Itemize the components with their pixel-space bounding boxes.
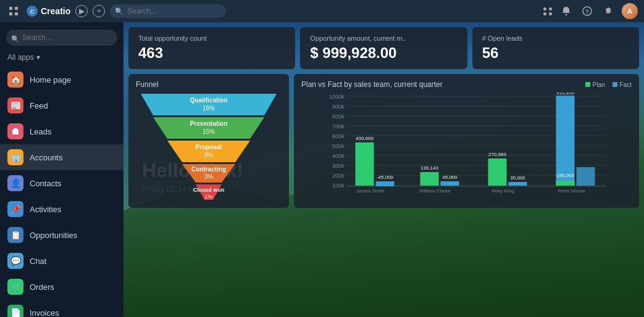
sidebar-item-orders[interactable]: 🛒 Orders: [0, 274, 123, 300]
kpi-value-2: 56: [482, 44, 629, 62]
svg-text:Mary King: Mary King: [491, 188, 514, 194]
sidebar-item-leads[interactable]: Leads: [0, 118, 123, 144]
kpi-label-2: # Open leads: [482, 35, 629, 42]
sidebar-label-leads: Leads: [30, 127, 51, 136]
topbar-logo: C Creatio: [26, 5, 70, 17]
kpi-card-0: Total opportunity count 463: [128, 27, 295, 69]
bar-chart-legend: Plan Fact: [585, 81, 632, 88]
sidebar-item-feed[interactable]: 📰 Feed: [0, 93, 123, 118]
contacts-icon: 👤: [7, 175, 23, 191]
funnel-chart: Qualification 16% Presentation 15% Propo…: [136, 94, 282, 202]
svg-text:35,000: 35,000: [510, 175, 525, 181]
sidebar-item-activities[interactable]: 📌 Activities: [0, 196, 123, 222]
svg-text:100k: 100k: [332, 183, 345, 189]
bar-chart-card: Plan vs Fact by sales team, current quar…: [294, 74, 639, 208]
topbar-search-wrap: 🔍: [110, 4, 226, 18]
play-button[interactable]: ▶: [75, 5, 88, 17]
topbar-search-icon: 🔍: [115, 7, 123, 15]
svg-text:139,143: 139,143: [420, 165, 438, 171]
svg-text:300k: 300k: [332, 163, 345, 169]
legend-fact: Fact: [613, 81, 632, 88]
svg-text:Contracting: Contracting: [191, 166, 226, 173]
topbar-right: ? A: [543, 3, 638, 19]
svg-rect-63: [577, 167, 595, 186]
logo-text: Creatio: [41, 6, 70, 16]
svg-text:1000k: 1000k: [329, 94, 345, 100]
svg-text:45,000: 45,000: [442, 175, 458, 180]
svg-text:270,960: 270,960: [488, 152, 506, 157]
sidebar-item-opportunities[interactable]: 📋 Opportunities: [0, 222, 123, 248]
sidebar-label-feed: Feed: [30, 101, 48, 110]
chevron-down-icon: ▾: [36, 53, 40, 62]
svg-rect-56: [488, 158, 507, 186]
svg-text:Qualification: Qualification: [190, 97, 228, 104]
bell-icon[interactable]: [559, 4, 574, 19]
sidebar-label-activities: Activities: [30, 205, 61, 214]
content-area: Hello Alex! Friday 02:14 p.m. Total oppo…: [123, 22, 644, 317]
sidebar-item-home-page[interactable]: 🏠 Home page: [0, 67, 123, 93]
chat-icon: 💬: [7, 253, 23, 269]
grid-icon[interactable]: [6, 4, 21, 19]
help-icon[interactable]: ?: [580, 4, 595, 19]
sidebar-search-wrap: 🔍: [0, 27, 123, 51]
kpi-label-0: Total opportunity count: [138, 35, 285, 42]
topbar: C Creatio ▶ + 🔍 ? A: [0, 0, 644, 22]
kpi-value-1: $ 999,928.00: [310, 44, 457, 62]
sidebar: 🔍 All apps ▾ 🏠 Home page 📰 Feed Leads 🏢 …: [0, 22, 123, 317]
svg-text:William Clarke: William Clarke: [419, 188, 451, 194]
sidebar-label-invoices: Invoices: [30, 308, 59, 318]
bar-chart-svg: 1000k 900k 800k 700k 600k 500k 400k 300k…: [301, 93, 632, 194]
svg-rect-1: [15, 7, 18, 10]
sidebar-label-contacts: Contacts: [30, 179, 61, 188]
home-icon: 🏠: [7, 72, 23, 88]
svg-rect-9: [14, 128, 17, 131]
funnel-title: Funnel: [136, 80, 282, 89]
svg-text:8%: 8%: [204, 152, 214, 158]
legend-fact-label: Fact: [620, 81, 632, 88]
kpi-card-2: # Open leads 56: [472, 27, 639, 69]
sidebar-item-accounts[interactable]: 🏢 Accounts: [0, 144, 123, 170]
svg-rect-0: [9, 7, 12, 10]
sidebar-item-chat[interactable]: 💬 Chat: [0, 248, 123, 274]
svg-rect-58: [509, 182, 527, 186]
charts-row: Funnel Qualification 16% Presentation 15…: [128, 74, 639, 208]
sidebar-section-label-text: All apps: [7, 53, 34, 62]
svg-text:3%: 3%: [204, 173, 214, 180]
kpi-card-1: Opportunity amount, current m.. $ 999,92…: [300, 27, 467, 69]
svg-text:?: ?: [585, 9, 589, 15]
legend-fact-dot: [613, 82, 617, 87]
svg-text:James Smith: James Smith: [356, 188, 384, 194]
funnel-card: Funnel Qualification 16% Presentation 15…: [128, 74, 289, 208]
kpi-row: Total opportunity count 463 Opportunity …: [128, 27, 639, 69]
svg-text:900k: 900k: [332, 104, 345, 110]
svg-text:16%: 16%: [203, 105, 215, 112]
legend-plan: Plan: [585, 81, 605, 88]
svg-text:Presentation: Presentation: [190, 120, 228, 127]
settings-icon[interactable]: [601, 4, 616, 19]
svg-rect-51: [420, 172, 439, 186]
sidebar-section-all-apps[interactable]: All apps ▾: [0, 51, 123, 64]
legend-plan-dot: [585, 82, 590, 87]
sidebar-item-contacts[interactable]: 👤 Contacts: [0, 170, 123, 196]
svg-text:1%: 1%: [204, 194, 212, 200]
accounts-icon: 🏢: [7, 149, 23, 165]
svg-rect-48: [376, 181, 395, 186]
opportunities-icon: 📋: [7, 227, 23, 243]
svg-text:Peter Moore: Peter Moore: [558, 188, 585, 194]
sidebar-search-icon: 🔍: [11, 35, 20, 43]
user-avatar[interactable]: A: [622, 3, 638, 19]
topbar-search-input[interactable]: [110, 4, 226, 18]
svg-rect-65: [556, 181, 575, 186]
plus-button[interactable]: +: [93, 5, 105, 17]
svg-text:800k: 800k: [332, 113, 345, 120]
orders-icon: 🛒: [7, 279, 23, 295]
svg-text:500k: 500k: [332, 143, 345, 149]
svg-text:-45,000: -45,000: [377, 175, 394, 180]
svg-text:190,000: 190,000: [556, 173, 574, 178]
apps-grid-icon[interactable]: [543, 7, 553, 15]
bar-chart-title: Plan vs Fact by sales team, current quar…: [301, 80, 443, 89]
sidebar-search-input[interactable]: [6, 30, 117, 46]
sidebar-label-chat: Chat: [30, 257, 46, 266]
sidebar-item-invoices[interactable]: 📄 Invoices: [0, 300, 123, 317]
sidebar-label-opportunities: Opportunities: [30, 231, 77, 240]
